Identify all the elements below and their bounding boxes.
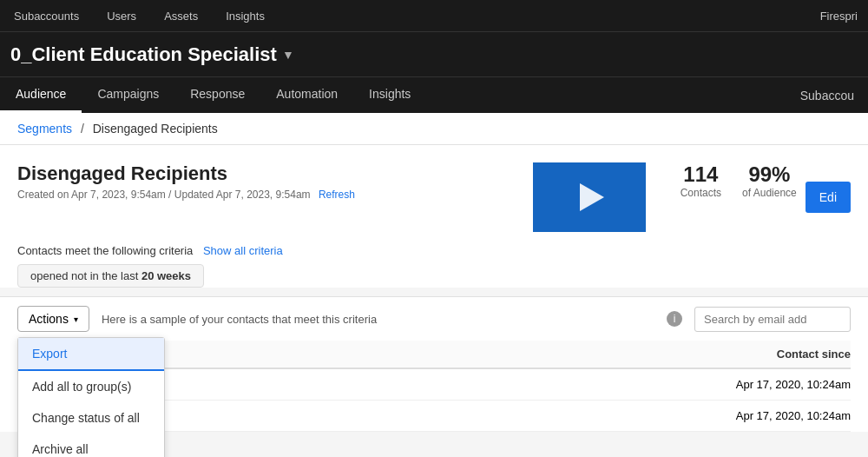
breadcrumb: Segments / Disengaged Recipients: [0, 113, 868, 145]
top-nav-users[interactable]: Users: [103, 10, 140, 23]
account-dropdown-arrow: ▼: [282, 48, 294, 62]
show-all-criteria-link[interactable]: Show all criteria: [203, 244, 283, 257]
segment-info-left: Disengaged Recipients Created on Apr 7, …: [17, 162, 498, 201]
criteria-pill-text: opened not in the last: [30, 269, 141, 282]
dropdown-archive-all[interactable]: Archive all: [18, 434, 164, 457]
toolbar-description: Here is a sample of your contacts that m…: [102, 313, 654, 326]
actions-label: Actions: [29, 312, 69, 326]
segment-meta: Created on Apr 7, 2023, 9:54am / Updated…: [17, 189, 498, 201]
video-thumbnail[interactable]: [533, 162, 646, 232]
account-bar: 0_Client Education Specialist ▼: [0, 31, 868, 76]
secondary-nav-right-text: Subaccou: [786, 89, 868, 103]
info-icon[interactable]: i: [667, 311, 682, 327]
top-nav-left: Subaccounts Users Assets Insights: [10, 10, 268, 23]
contacts-stat: 114 Contacts: [681, 162, 721, 199]
col-header-since: Contact since: [677, 348, 851, 361]
breadcrumb-segments-link[interactable]: Segments: [17, 122, 72, 136]
actions-dropdown: Export Add all to group(s) Change status…: [17, 337, 165, 457]
contacts-label: Contacts: [681, 187, 721, 199]
toolbar: Actions ▾ Export Add all to group(s) Cha…: [0, 296, 868, 341]
top-nav-assets[interactable]: Assets: [161, 10, 201, 23]
criteria-label-text: Contacts meet the following criteria: [17, 244, 193, 257]
nav-response[interactable]: Response: [174, 77, 260, 113]
dropdown-export[interactable]: Export: [18, 338, 164, 371]
dropdown-change-status[interactable]: Change status of all: [18, 402, 164, 434]
main-content: Disengaged Recipients Created on Apr 7, …: [0, 145, 868, 288]
nav-automation[interactable]: Automation: [260, 77, 353, 113]
segment-title: Disengaged Recipients: [17, 162, 498, 185]
breadcrumb-current-page: Disengaged Recipients: [93, 122, 218, 136]
actions-container: Actions ▾ Export Add all to group(s) Cha…: [17, 306, 89, 332]
contacts-count: 114: [681, 162, 721, 187]
search-input[interactable]: [694, 307, 851, 332]
segment-header: Disengaged Recipients Created on Apr 7, …: [17, 162, 851, 232]
criteria-section: Contacts meet the following criteria Sho…: [17, 244, 851, 288]
play-icon: [580, 183, 604, 211]
refresh-link[interactable]: Refresh: [319, 189, 355, 201]
segment-meta-text: Created on Apr 7, 2023, 9:54am / Updated…: [17, 189, 311, 201]
criteria-label: Contacts meet the following criteria Sho…: [17, 244, 851, 257]
top-navigation: Subaccounts Users Assets Insights Firesp…: [0, 0, 868, 31]
breadcrumb-separator: /: [81, 122, 84, 136]
secondary-nav-left: Audience Campaigns Response Automation I…: [0, 77, 426, 113]
since-cell-2: Apr 17, 2020, 10:24am: [677, 409, 851, 422]
audience-percent: 99%: [742, 162, 797, 187]
nav-insights[interactable]: Insights: [353, 77, 426, 113]
secondary-navigation: Audience Campaigns Response Automation I…: [0, 76, 868, 113]
top-nav-subaccounts[interactable]: Subaccounts: [10, 10, 82, 23]
actions-caret: ▾: [74, 315, 78, 324]
segment-stats: 114 Contacts 99% of Audience: [681, 162, 797, 199]
dropdown-add-group[interactable]: Add all to group(s): [18, 371, 164, 402]
nav-campaigns[interactable]: Campaigns: [82, 77, 174, 113]
criteria-pill-bold: 20 weeks: [141, 269, 191, 282]
edit-button[interactable]: Edi: [806, 182, 851, 213]
actions-button[interactable]: Actions ▾: [17, 306, 89, 332]
account-name-text: 0_Client Education Specialist: [10, 43, 277, 66]
top-nav-insights[interactable]: Insights: [222, 10, 268, 23]
audience-stat: 99% of Audience: [742, 162, 797, 199]
top-nav-brand: Firespri: [820, 10, 858, 23]
nav-audience[interactable]: Audience: [0, 77, 82, 113]
criteria-pill: opened not in the last 20 weeks: [17, 264, 204, 288]
audience-label: of Audience: [742, 187, 797, 199]
since-cell-1: Apr 17, 2020, 10:24am: [677, 378, 851, 391]
account-title[interactable]: 0_Client Education Specialist ▼: [0, 43, 305, 66]
